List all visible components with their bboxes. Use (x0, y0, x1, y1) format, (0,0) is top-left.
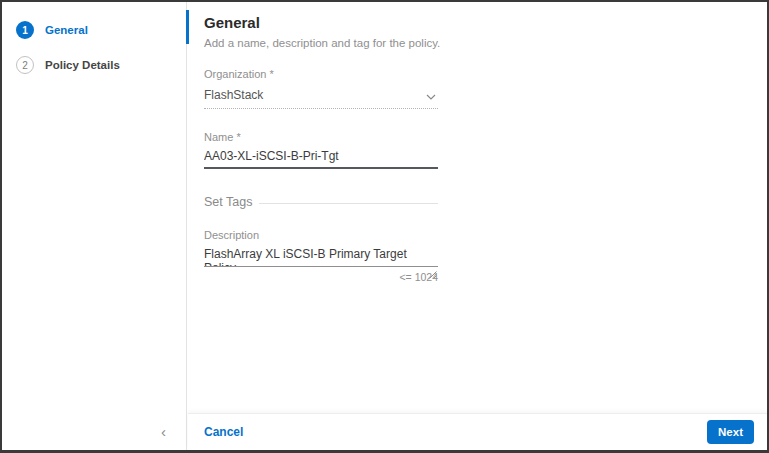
description-textarea[interactable]: FlashArray XL iSCSI-B Primary Target Pol… (204, 241, 438, 267)
name-field: Name * (204, 131, 438, 169)
step-number-badge: 2 (16, 56, 34, 74)
chevron-down-icon (426, 86, 436, 104)
description-field: Description FlashArray XL iSCSI-B Primar… (204, 229, 438, 283)
stepper-item-policy-details[interactable]: 2 Policy Details (16, 56, 186, 74)
stepper-item-general[interactable]: 1 General (16, 21, 186, 39)
page-title: General (204, 14, 767, 31)
wizard-footer: Cancel Next (188, 413, 767, 450)
set-tags-field[interactable]: Set Tags (204, 195, 438, 209)
stepper-list: 1 General 2 Policy Details (2, 2, 186, 74)
organization-select[interactable]: FlashStack (204, 80, 438, 109)
wizard-stepper-sidebar: 1 General 2 Policy Details ‹ (2, 2, 187, 450)
set-tags-underline (259, 203, 438, 204)
organization-field: Organization * FlashStack (204, 68, 438, 109)
next-button[interactable]: Next (707, 420, 754, 444)
step-number-badge: 1 (16, 21, 34, 39)
wizard-content: General Add a name, description and tag … (188, 2, 767, 450)
name-input[interactable] (204, 143, 438, 169)
collapse-sidebar-chevron-left-icon[interactable]: ‹ (161, 424, 166, 439)
policy-wizard-window: 1 General 2 Policy Details ‹ General Add… (0, 0, 769, 453)
page-subtitle: Add a name, description and tag for the … (204, 37, 767, 49)
textarea-resize-handle-icon[interactable] (429, 271, 437, 279)
step-label: General (45, 24, 88, 36)
cancel-button[interactable]: Cancel (204, 425, 243, 439)
organization-label: Organization * (204, 68, 438, 80)
description-max-length-hint: <= 1024 (204, 271, 438, 283)
active-section-accent-bar (186, 10, 189, 44)
sidebar-footer: ‹ (2, 412, 186, 450)
set-tags-label: Set Tags (204, 195, 252, 209)
name-label: Name * (204, 131, 438, 143)
organization-value: FlashStack (204, 88, 263, 102)
step-label: Policy Details (45, 59, 120, 71)
description-label: Description (204, 229, 438, 241)
